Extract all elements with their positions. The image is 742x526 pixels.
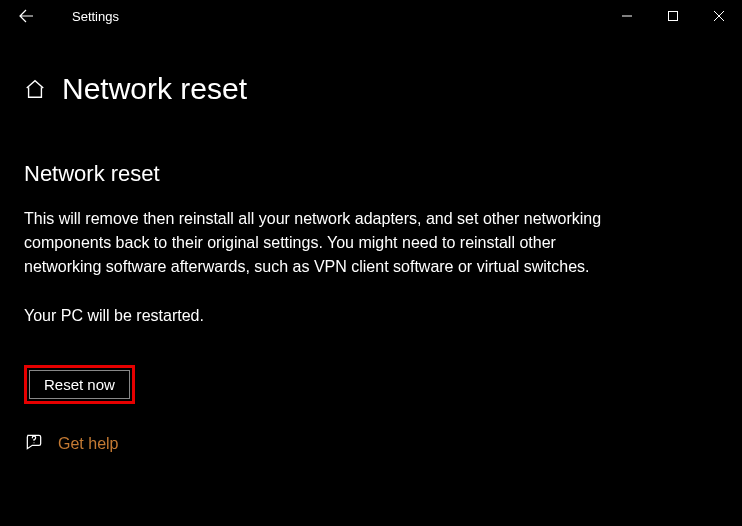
get-help-link[interactable]: Get help bbox=[58, 435, 118, 453]
home-icon[interactable] bbox=[24, 78, 46, 100]
content-area: Network reset Network reset This will re… bbox=[0, 32, 742, 456]
reset-button-highlight: Reset now bbox=[24, 365, 135, 404]
window-title: Settings bbox=[72, 9, 119, 24]
page-title: Network reset bbox=[62, 72, 247, 106]
section-title: Network reset bbox=[24, 161, 718, 187]
help-row: Get help bbox=[24, 432, 718, 456]
reset-now-button[interactable]: Reset now bbox=[29, 370, 130, 399]
svg-point-4 bbox=[34, 442, 35, 443]
svg-rect-1 bbox=[669, 12, 678, 21]
window-controls bbox=[604, 0, 742, 32]
minimize-button[interactable] bbox=[604, 0, 650, 32]
restart-notice: Your PC will be restarted. bbox=[24, 307, 718, 325]
maximize-button[interactable] bbox=[650, 0, 696, 32]
page-header: Network reset bbox=[24, 72, 718, 106]
help-icon bbox=[24, 432, 44, 456]
back-button[interactable] bbox=[10, 0, 42, 32]
close-button[interactable] bbox=[696, 0, 742, 32]
arrow-left-icon bbox=[18, 8, 34, 24]
maximize-icon bbox=[668, 11, 678, 21]
description-text: This will remove then reinstall all your… bbox=[24, 207, 624, 279]
close-icon bbox=[714, 11, 724, 21]
titlebar: Settings bbox=[0, 0, 742, 32]
minimize-icon bbox=[622, 11, 632, 21]
